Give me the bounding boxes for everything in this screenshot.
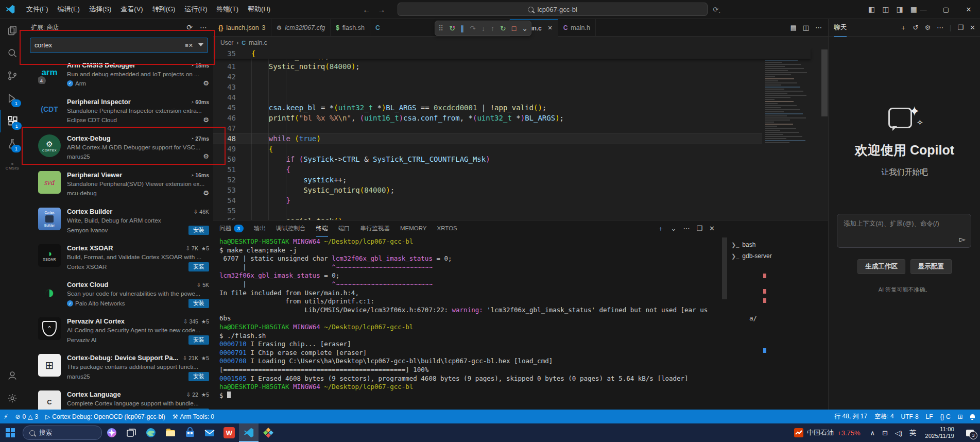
- panel-add-icon[interactable]: ＋: [658, 224, 664, 233]
- extension-item[interactable]: svdPeripheral Viewer◔ 16msStandalone Per…: [25, 167, 213, 203]
- stock-widget[interactable]: 中国石油 +3.75%: [788, 428, 866, 437]
- refresh-icon[interactable]: ⟳: [186, 23, 193, 31]
- code-editor[interactable]: 40 serial_init();41 Systic_notirq(84000)…: [213, 48, 828, 220]
- breadcrumb-folder[interactable]: User: [220, 39, 233, 46]
- minimap[interactable]: [762, 48, 820, 220]
- activity-extensions-icon[interactable]: 1: [0, 110, 25, 132]
- menu-item[interactable]: 选择(S): [84, 3, 116, 15]
- remote-indicator-icon[interactable]: ⚡: [0, 410, 11, 423]
- toggle-sidebar-icon[interactable]: ◧: [868, 5, 875, 13]
- menu-item[interactable]: 运行(R): [180, 3, 212, 15]
- debug-reset-icon[interactable]: ↻●: [449, 25, 455, 32]
- terminal-instance-gdb-server[interactable]: ❯_gdb-server: [728, 250, 821, 262]
- install-button[interactable]: 安装: [188, 299, 209, 308]
- indentation[interactable]: 空格: 4: [871, 410, 897, 423]
- tab-close-icon[interactable]: ✕: [547, 25, 552, 31]
- debug-restart-icon[interactable]: ↻: [500, 25, 506, 32]
- panel-tab-终端[interactable]: 终端: [316, 220, 328, 237]
- panel-tab-调试控制台[interactable]: 调试控制台: [276, 220, 306, 236]
- eol[interactable]: LF: [922, 410, 937, 423]
- install-button[interactable]: 安装: [188, 372, 209, 381]
- activity-account-icon[interactable]: [0, 364, 25, 387]
- menu-item[interactable]: 编辑(E): [53, 3, 84, 15]
- extension-item[interactable]: ⊞Cortex-Debug: Device Support Pa...⇩ 21K…: [25, 350, 213, 386]
- chat-input[interactable]: 添加上下文(#)、扩展(@)、命令(/) ▻: [837, 214, 971, 248]
- send-icon[interactable]: ▻: [959, 234, 966, 244]
- menu-item[interactable]: 转到(G): [148, 3, 180, 15]
- layout-status-icon[interactable]: ⊞: [954, 410, 967, 423]
- filter-icon[interactable]: [198, 43, 203, 46]
- extension-item[interactable]: ⚙CORTEXCortex-Debug◔ 27msARM Cortex-M GD…: [25, 130, 213, 167]
- panel-chevron-down-icon[interactable]: ⌄: [671, 225, 677, 232]
- toggle-secondary-sidebar-icon[interactable]: ◨: [897, 5, 903, 13]
- chat-tab[interactable]: 聊天: [834, 19, 847, 37]
- tray-expand-icon[interactable]: ∧: [867, 429, 879, 437]
- panel-maximize-icon[interactable]: ❐: [696, 225, 702, 232]
- chat-history-icon[interactable]: ↺: [913, 24, 918, 31]
- extension-item[interactable]: CCortex Language⇩ 22 ★5Complete Cortex l…: [25, 386, 213, 410]
- debug-config-status[interactable]: ▷ Cortex Debug: OpenOCD (lcp067-gcc-bl): [42, 410, 169, 423]
- chat-expand-icon[interactable]: ❐: [957, 24, 964, 31]
- extension-item[interactable]: CortexBuilderCortex Builder⇩ 46KWrite, B…: [25, 203, 213, 240]
- terminal[interactable]: ha@DESKTOP-H85GTAK MINGW64 ~/Desktop/lcp…: [219, 237, 757, 409]
- debug-step-into-icon[interactable]: ↓: [482, 25, 485, 32]
- minimize-button[interactable]: —: [912, 0, 935, 19]
- maximize-button[interactable]: ▢: [935, 0, 957, 19]
- debug-step-out-icon[interactable]: ↑: [491, 25, 494, 32]
- toggle-panel-icon[interactable]: ◫: [882, 5, 889, 13]
- debug-step-over-icon[interactable]: ↷: [470, 25, 476, 32]
- panel-tab-XRTOS[interactable]: XRTOS: [437, 220, 457, 236]
- command-center-search[interactable]: lcp067-gcc-bl: [398, 3, 708, 16]
- open-changes-icon[interactable]: ▤: [790, 24, 796, 31]
- chat-close-icon[interactable]: ✕: [970, 24, 975, 31]
- breadcrumb-file[interactable]: main.c: [249, 39, 267, 46]
- terminal-instance-bash[interactable]: ❯_bash: [728, 239, 821, 250]
- taskbar-app-task-view[interactable]: [122, 423, 141, 442]
- install-button[interactable]: 安装: [188, 335, 209, 345]
- more-actions-icon[interactable]: ⋯: [200, 23, 207, 31]
- install-button[interactable]: 安装: [188, 226, 209, 235]
- close-button[interactable]: ✕: [957, 0, 980, 19]
- panel-tab-端口[interactable]: 端口: [338, 220, 350, 236]
- tab-main.h[interactable]: Cmain.h: [558, 19, 596, 36]
- taskbar-app-store[interactable]: [180, 423, 200, 442]
- menu-item[interactable]: 查看(V): [116, 3, 147, 15]
- extension-item[interactable]: arm4Arm CMSIS Debugger◔ 18msRun and debu…: [25, 57, 213, 94]
- extension-gear-icon[interactable]: ⚙: [203, 189, 209, 197]
- taskbar-app-simulator[interactable]: [259, 423, 278, 442]
- menu-item[interactable]: 帮助(H): [243, 3, 275, 15]
- taskbar-app-file-explorer[interactable]: [161, 423, 180, 442]
- extension-gear-icon[interactable]: ⚙: [203, 79, 209, 87]
- panel-more-icon[interactable]: ⋯: [683, 225, 690, 232]
- panel-tab-MEMORY[interactable]: MEMORY: [400, 220, 427, 236]
- taskbar-clock[interactable]: 11:00 2025/11/19: [920, 426, 959, 439]
- extension-gear-icon[interactable]: ⚙: [203, 116, 209, 124]
- cursor-position[interactable]: 行 48, 列 17: [831, 410, 871, 423]
- taskbar-search[interactable]: 搜索: [23, 426, 102, 440]
- terminal-scrollbar[interactable]: [722, 237, 727, 299]
- debug-stop-icon[interactable]: □: [512, 25, 516, 32]
- network-icon[interactable]: ⊡: [879, 429, 891, 437]
- arm-tools-status[interactable]: ⚒ Arm Tools: 0: [169, 410, 218, 423]
- debug-chevron-down-icon[interactable]: ⌄: [522, 25, 528, 32]
- notification-center[interactable]: 3: [959, 423, 980, 442]
- panel-tab-输出[interactable]: 输出: [254, 220, 266, 236]
- problems-status[interactable]: ⊘0 △3: [11, 410, 42, 423]
- start-button[interactable]: [0, 423, 21, 442]
- activity-settings-icon[interactable]: [0, 387, 25, 410]
- panel-tab-串行监视器[interactable]: 串行监视器: [360, 220, 390, 236]
- taskbar-app-vscode[interactable]: [239, 423, 259, 442]
- editor-more-icon[interactable]: ⋯: [815, 24, 822, 31]
- volume-icon[interactable]: ◁): [891, 429, 906, 437]
- ime-indicator[interactable]: 英: [906, 428, 920, 437]
- split-editor-icon[interactable]: ◫: [803, 24, 809, 31]
- extension-item[interactable]: ⌃Pervaziv AI Cortex⇩ 345 ★5AI Coding and…: [25, 313, 213, 350]
- panel-close-icon[interactable]: ✕: [709, 225, 715, 232]
- chat-more-icon[interactable]: ⋯: [937, 24, 943, 31]
- extension-item[interactable]: ◑XSOARCortex XSOAR⇩ 7K ★5Build, Format, …: [25, 240, 213, 277]
- activity-test-icon[interactable]: 1: [0, 132, 25, 155]
- extensions-search-input[interactable]: cortex ≡✕: [30, 38, 208, 53]
- menu-item[interactable]: 文件(F): [22, 3, 53, 15]
- bell-icon[interactable]: [967, 410, 978, 423]
- activity-run-debug-icon[interactable]: 1: [0, 87, 25, 110]
